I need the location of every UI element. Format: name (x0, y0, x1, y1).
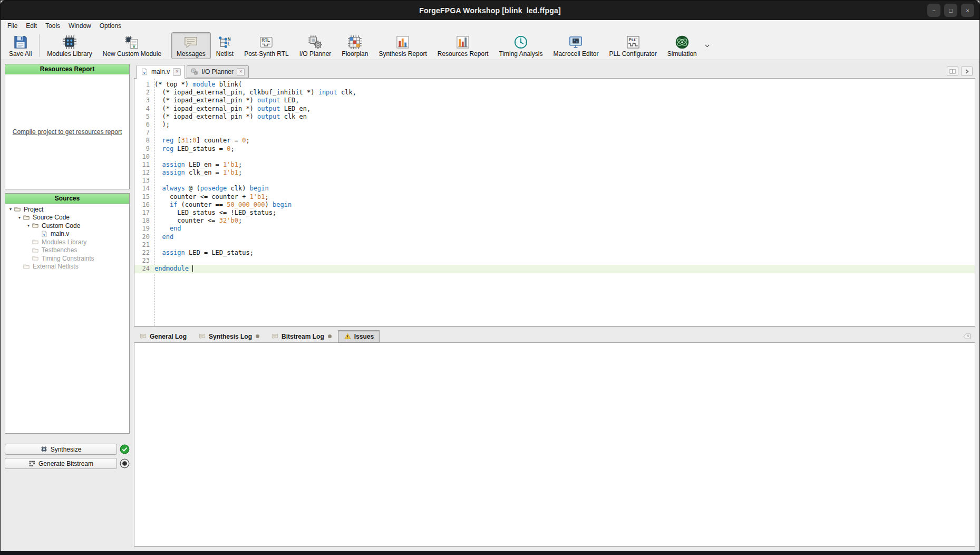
toolbar-button-synthesis-report[interactable]: Synthesis Report (373, 32, 432, 59)
titlebar[interactable]: ForgeFPGA Workshop [blink_led.ffpga] −□× (1, 1, 979, 20)
split-view-button[interactable] (947, 66, 958, 76)
tree-item-source-code[interactable]: ▼Source Code (5, 214, 129, 222)
code-line[interactable]: 17 LED_status <= !LED_status; (134, 209, 975, 217)
tree-item-main-v[interactable]: vmain.v (5, 230, 129, 238)
tree-item-custom-code[interactable]: ▼Custom Code (5, 222, 129, 230)
line-number: 15 (134, 193, 154, 201)
toolbar-button-i-o-planner[interactable]: I/O Planner (294, 32, 337, 59)
clear-log-button[interactable] (963, 332, 972, 340)
toolbar-button-label: Timing Analysis (499, 50, 542, 58)
toolbar-button-post-synth-rtl[interactable]: RTLPost-Synth RTL (239, 32, 294, 59)
tree-item-external-netlists[interactable]: External Netlists (5, 263, 129, 271)
toolbar-button-label: Macrocell Editor (553, 50, 598, 58)
folder-icon (23, 214, 30, 221)
toolbar-button-new-custom-module[interactable]: vNew Custom Module (98, 32, 167, 59)
code-line[interactable]: 6 ); (134, 121, 975, 129)
code-text: (* iopad_external_pin *) output LED, (154, 97, 299, 104)
code-line[interactable]: 23 (134, 257, 975, 265)
tree-item-testbenches[interactable]: Testbenches (5, 246, 129, 255)
toolbar-button-simulation[interactable]: Simulation (662, 32, 702, 59)
toolbar-button-macrocell-editor[interactable]: Macrocell Editor (548, 32, 604, 59)
code-text: end (154, 233, 173, 241)
toolbar-button-timing-analysis[interactable]: Timing Analysis (493, 32, 548, 59)
generate-bitstream-button[interactable]: Generate Bitstream (5, 458, 117, 469)
line-number: 18 (134, 217, 154, 225)
toolbar-button-resources-report[interactable]: Resources Report (432, 32, 494, 59)
editor-log-splitter[interactable] (134, 327, 975, 330)
toolbar-button-netlist[interactable]: NLNetlist (211, 32, 239, 59)
pll-configurator-icon: PLL (626, 35, 641, 50)
tree-item-label: Custom Code (42, 222, 80, 229)
toolbar-button-floorplan[interactable]: Floorplan (336, 32, 373, 59)
sidebar: Resources Report Compile project to get … (5, 64, 130, 547)
code-line[interactable]: 18 counter <= 32'b0; (134, 217, 975, 225)
code-line[interactable]: 2 (* iopad_external_pin, clkbuf_inhibit … (134, 89, 975, 97)
line-number: 8 (134, 137, 154, 145)
code-line[interactable]: 16 if (counter == 50_000_000) begin (134, 201, 975, 209)
code-line[interactable]: 11 assign LED_en = 1'b1; (134, 161, 975, 169)
tree-item-label: External Netlists (33, 263, 79, 270)
compile-project-link[interactable]: Compile project to get resources report (13, 128, 122, 136)
editor-tab-i-o-planner[interactable]: I/O Planner× (187, 65, 249, 78)
maximize-button[interactable]: □ (944, 4, 957, 17)
editor-tab-main-v[interactable]: vmain.v× (137, 65, 185, 79)
simulation-icon (675, 35, 690, 50)
synthesize-button[interactable]: Synthesize (5, 444, 117, 455)
menu-window[interactable]: Window (64, 21, 95, 31)
toolbar-overflow-button[interactable] (704, 42, 711, 49)
code-line[interactable]: 8 reg [31:0] counter = 0; (134, 137, 975, 145)
code-line[interactable]: 13 (134, 177, 975, 185)
toolbar-button-save-all[interactable]: Save All (4, 32, 37, 59)
verilog-file-icon: v (141, 68, 148, 75)
line-number: 13 (134, 177, 154, 185)
minimize-button[interactable]: − (927, 4, 940, 17)
code-line[interactable]: 7 (134, 129, 975, 137)
code-line[interactable]: 14 always @ (posedge clk) begin (134, 185, 975, 193)
code-line[interactable]: 4 (* iopad_external_pin *) output LED_en… (134, 105, 975, 113)
svg-text:L: L (228, 42, 230, 46)
code-line[interactable]: 5 (* iopad_external_pin *) output clk_en (134, 113, 975, 121)
tree-expand-arrow[interactable]: ▼ (7, 207, 14, 211)
resources-report-header: Resources Report (5, 64, 129, 74)
code-line[interactable]: 15 counter <= counter + 1'b1; (134, 193, 975, 201)
menu-file[interactable]: File (3, 21, 22, 31)
code-line[interactable]: 12 assign clk_en = 1'b1; (134, 169, 975, 177)
log-output-area (134, 342, 975, 547)
log-tab-bitstream-log[interactable]: Bitstream Log (266, 330, 337, 342)
toolbar-button-modules-library[interactable]: Modules Library (42, 32, 97, 59)
toolbar-button-messages[interactable]: Messages (171, 32, 211, 59)
code-line[interactable]: 3 (* iopad_external_pin *) output LED, (134, 97, 975, 104)
tree-item-timing-constraints[interactable]: Timing Constraints (5, 254, 129, 263)
menu-tools[interactable]: Tools (41, 21, 64, 31)
tree-item-project[interactable]: ▼Project (5, 205, 129, 214)
sources-panel: Sources ▼Project▼Source Code▼Custom Code… (5, 193, 130, 434)
resources-report-panel: Resources Report Compile project to get … (5, 64, 130, 189)
close-button[interactable]: × (961, 4, 974, 17)
code-line[interactable]: 1(* top *) module blink( (134, 81, 975, 89)
tree-item-modules-library[interactable]: Modules Library (5, 238, 129, 246)
code-line[interactable]: 9 reg LED_status = 0; (134, 145, 975, 153)
line-number: 22 (134, 249, 154, 257)
code-line[interactable]: 22 assign LED = LED_status; (134, 249, 975, 257)
toolbar-button-pll-configurator[interactable]: PLLPLL Configurator (604, 32, 662, 59)
code-line[interactable]: 24endmodule (134, 265, 975, 273)
menu-options[interactable]: Options (95, 21, 125, 31)
code-line[interactable]: 21 (134, 241, 975, 249)
line-number: 12 (134, 169, 154, 177)
close-tab-icon[interactable]: × (237, 68, 245, 76)
code-line[interactable]: 19 end (134, 225, 975, 233)
toolbar-button-label: Resources Report (438, 50, 489, 58)
code-editor[interactable]: 1(* top *) module blink(2 (* iopad_exter… (134, 79, 975, 327)
tree-expand-arrow[interactable]: ▼ (25, 224, 32, 227)
log-tab-issues[interactable]: Issues (338, 330, 380, 342)
code-line[interactable]: 10 (134, 153, 975, 161)
log-tab-general-log[interactable]: General Log (134, 330, 192, 342)
code-line[interactable]: 20 end (134, 233, 975, 241)
code-text: reg [31:0] counter = 0; (154, 137, 250, 145)
close-tab-icon[interactable]: × (173, 68, 181, 76)
tab-scroll-right-button[interactable] (961, 66, 973, 76)
log-tab-synthesis-log[interactable]: Synthesis Log (193, 330, 265, 342)
toolbar-button-label: Simulation (667, 50, 697, 58)
menu-edit[interactable]: Edit (22, 21, 41, 31)
tree-expand-arrow[interactable]: ▼ (16, 216, 23, 219)
